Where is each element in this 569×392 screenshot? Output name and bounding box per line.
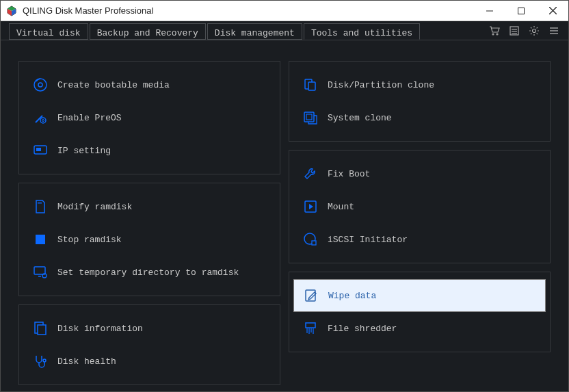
right-panel: Disk/Partition cloneSystem clone — [289, 61, 551, 142]
doc-icon — [30, 321, 51, 336]
right-panel: Wipe dataFile shredder — [289, 272, 551, 352]
item-label: Set temporary directory to ramdisk — [57, 267, 239, 278]
item-label: Wipe data — [328, 291, 376, 301]
create-bootable-media[interactable]: Create bootable media — [23, 68, 276, 101]
item-label: System clone — [328, 113, 392, 123]
circle-connect-icon — [300, 232, 321, 247]
right-panel: Fix BootMountiSCSI Initiator — [289, 150, 551, 263]
toolbar-right-icons — [489, 21, 568, 40]
close-button[interactable] — [537, 1, 568, 21]
tool-gear-icon — [30, 110, 51, 125]
tab-tools-utilities[interactable]: Tools and utilities — [304, 23, 420, 40]
left-panel: Disk informationDisk health — [18, 304, 280, 385]
minimize-button[interactable] — [474, 1, 505, 21]
iscsi-initiator[interactable]: iSCSI Initiator — [293, 223, 546, 256]
menu-icon[interactable] — [549, 26, 559, 36]
disk-information[interactable]: Disk information — [23, 312, 276, 345]
item-label: Modify ramdisk — [57, 202, 132, 212]
play-icon — [300, 199, 321, 214]
app-logo-icon — [6, 5, 17, 16]
disk-health[interactable]: Disk health — [23, 345, 276, 378]
file-shredder[interactable]: File shredder — [293, 312, 546, 345]
clone-icon — [300, 77, 321, 92]
ip-setting[interactable]: IP setting — [23, 134, 276, 167]
item-label: Stop ramdisk — [57, 235, 122, 245]
disk-partition-clone[interactable]: Disk/Partition clone — [293, 68, 546, 101]
item-label: Disk information — [57, 324, 143, 334]
item-label: Create bootable media — [57, 80, 170, 90]
svg-rect-5 — [518, 8, 525, 14]
tab-virtual-disk[interactable]: Virtual disk — [9, 23, 88, 40]
item-label: Enable PreOS — [57, 113, 122, 123]
stethoscope-icon — [30, 354, 51, 369]
tab-disk-management[interactable]: Disk management — [207, 23, 302, 40]
disc-icon — [30, 77, 51, 92]
sd-card-icon — [30, 199, 51, 214]
gear-icon[interactable] — [529, 25, 540, 36]
tab-backup-recovery[interactable]: Backup and Recovery — [90, 23, 206, 40]
item-label: Fix Boot — [328, 169, 370, 179]
titlebar: QILING Disk Master Professional — [1, 1, 568, 21]
svg-point-14 — [533, 29, 536, 32]
cart-icon[interactable] — [489, 25, 500, 36]
enable-preos[interactable]: Enable PreOS — [23, 101, 276, 134]
shredder-icon — [300, 321, 321, 336]
stop-ramdisk[interactable]: Stop ramdisk — [23, 223, 276, 256]
item-label: Mount — [328, 202, 354, 212]
item-label: File shredder — [328, 324, 397, 334]
item-label: IP setting — [57, 146, 111, 156]
stop-icon — [30, 232, 51, 247]
fix-boot[interactable]: Fix Boot — [293, 157, 546, 190]
tabbar: Virtual disk Backup and Recovery Disk ma… — [1, 21, 568, 40]
edit-icon — [301, 288, 321, 303]
svg-point-8 — [492, 34, 494, 35]
left-panel: Create bootable mediaEnable PreOSIP sett… — [18, 61, 280, 174]
system-clone[interactable]: System clone — [293, 101, 546, 134]
item-label: Disk health — [57, 356, 116, 367]
monitor-gear-icon — [30, 265, 51, 280]
left-panel: Modify ramdiskStop ramdiskSet temporary … — [18, 183, 280, 296]
left-column: Create bootable mediaEnable PreOSIP sett… — [14, 61, 284, 379]
window-title: QILING Disk Master Professional — [23, 5, 474, 16]
wrench-icon — [300, 166, 321, 181]
maximize-button[interactable] — [505, 1, 537, 21]
monitor-icon — [30, 143, 51, 158]
set-temp-dir-ramdisk[interactable]: Set temporary directory to ramdisk — [23, 256, 276, 289]
svg-point-9 — [497, 34, 498, 35]
system-clone-icon — [300, 110, 321, 125]
modify-ramdisk[interactable]: Modify ramdisk — [23, 190, 276, 223]
content-area: Create bootable mediaEnable PreOSIP sett… — [1, 40, 568, 392]
wipe-data[interactable]: Wipe data — [293, 279, 546, 312]
mount[interactable]: Mount — [293, 190, 546, 223]
list-icon[interactable] — [510, 26, 519, 36]
item-label: iSCSI Initiator — [328, 235, 408, 245]
window-controls — [474, 1, 568, 21]
right-column: Disk/Partition cloneSystem cloneFix Boot… — [284, 61, 555, 379]
item-label: Disk/Partition clone — [328, 80, 434, 90]
